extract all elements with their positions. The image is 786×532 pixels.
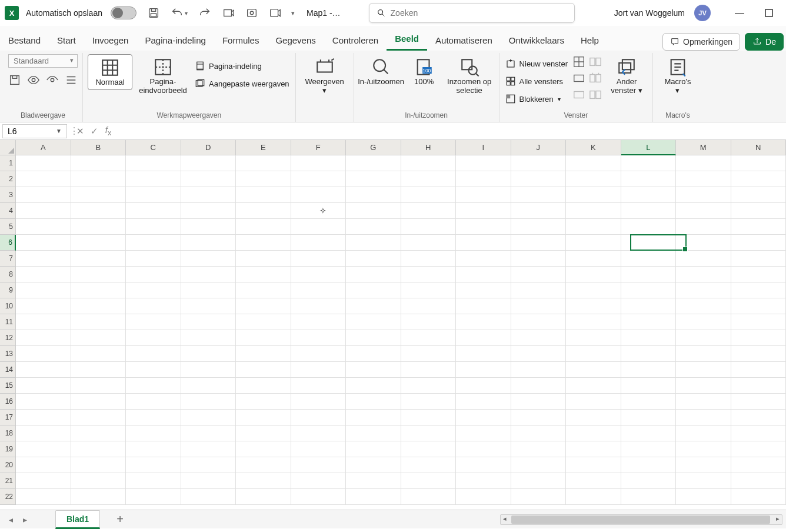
cell[interactable] — [511, 203, 567, 219]
cell[interactable] — [126, 282, 181, 298]
tab-beeld[interactable]: Beeld — [387, 29, 427, 51]
column-header[interactable]: J — [511, 140, 567, 155]
cell[interactable] — [16, 282, 71, 298]
column-header[interactable]: C — [126, 140, 181, 155]
cell[interactable] — [346, 330, 401, 346]
cell[interactable] — [346, 489, 401, 505]
cell[interactable] — [566, 314, 621, 330]
column-header[interactable]: M — [676, 140, 731, 155]
cell[interactable] — [566, 235, 621, 251]
zoom-100-button[interactable]: 100 100% — [407, 54, 441, 89]
cell[interactable] — [456, 267, 511, 282]
qat-icon-2[interactable] — [245, 6, 258, 19]
cell[interactable] — [236, 314, 291, 330]
cell[interactable] — [181, 330, 237, 346]
unhide-icon[interactable] — [572, 88, 585, 101]
row-header[interactable]: 14 — [0, 362, 16, 378]
view-side-icon[interactable] — [589, 55, 602, 68]
cell[interactable] — [621, 267, 677, 282]
cell[interactable] — [16, 425, 71, 441]
cell[interactable] — [566, 219, 621, 235]
add-sheet-icon[interactable]: + — [116, 513, 124, 526]
cell[interactable] — [401, 282, 457, 298]
cell[interactable] — [236, 346, 291, 362]
cell[interactable] — [16, 267, 71, 282]
cell[interactable] — [566, 394, 621, 410]
cell[interactable] — [731, 473, 787, 489]
cell[interactable] — [676, 203, 731, 219]
cell[interactable] — [511, 298, 567, 314]
cell[interactable] — [511, 282, 567, 298]
cell[interactable] — [676, 187, 731, 203]
cell[interactable] — [456, 473, 511, 489]
cell[interactable] — [676, 473, 731, 489]
cell[interactable] — [71, 330, 126, 346]
cell[interactable] — [731, 219, 787, 235]
cell[interactable] — [291, 457, 347, 473]
cell[interactable] — [676, 410, 731, 425]
cell[interactable] — [401, 441, 457, 457]
cell[interactable] — [401, 330, 457, 346]
cell[interactable] — [181, 441, 237, 457]
cell[interactable] — [456, 489, 511, 505]
sheet-nav-next-icon[interactable]: ▸ — [18, 515, 32, 524]
cell[interactable] — [236, 235, 291, 251]
autosave-toggle[interactable] — [111, 6, 136, 19]
cell[interactable] — [126, 425, 181, 441]
cell[interactable] — [126, 473, 181, 489]
select-all-corner[interactable] — [0, 140, 16, 155]
cell[interactable] — [291, 235, 347, 251]
cell[interactable] — [676, 441, 731, 457]
cell[interactable] — [346, 267, 401, 282]
cell[interactable] — [71, 251, 126, 267]
cell[interactable] — [16, 187, 71, 203]
cell[interactable] — [511, 267, 567, 282]
cell[interactable] — [236, 378, 291, 394]
selected-cell[interactable] — [630, 234, 687, 251]
cell[interactable] — [401, 489, 457, 505]
name-box[interactable]: L6▼ — [2, 124, 67, 138]
cell[interactable] — [731, 378, 787, 394]
cell[interactable] — [291, 171, 347, 187]
row-header[interactable]: 13 — [0, 346, 16, 362]
cell[interactable] — [676, 457, 731, 473]
cell[interactable] — [181, 362, 237, 378]
cell[interactable] — [291, 155, 347, 171]
cell[interactable] — [181, 187, 237, 203]
cell[interactable] — [346, 171, 401, 187]
cell[interactable] — [511, 314, 567, 330]
cancel-formula-icon[interactable]: ✕ — [73, 126, 87, 137]
cell[interactable] — [511, 187, 567, 203]
row-header[interactable]: 1 — [0, 155, 16, 171]
cell[interactable] — [16, 219, 71, 235]
cell[interactable] — [456, 187, 511, 203]
normal-view-button[interactable]: Normaal — [88, 54, 132, 90]
cell[interactable] — [236, 171, 291, 187]
cell[interactable] — [731, 235, 787, 251]
cell[interactable] — [456, 346, 511, 362]
cell[interactable] — [16, 171, 71, 187]
cell[interactable] — [71, 298, 126, 314]
tab-bestand[interactable]: Bestand — [0, 31, 49, 51]
cell[interactable] — [456, 314, 511, 330]
cell[interactable] — [346, 410, 401, 425]
tab-help[interactable]: Help — [572, 31, 607, 51]
cell[interactable] — [181, 155, 237, 171]
column-header[interactable]: G — [346, 140, 401, 155]
keep-view-icon[interactable] — [8, 74, 21, 87]
cell[interactable] — [511, 489, 567, 505]
cell[interactable] — [676, 489, 731, 505]
cell[interactable] — [346, 251, 401, 267]
row-header[interactable]: 12 — [0, 330, 16, 346]
cell[interactable] — [456, 171, 511, 187]
cell[interactable] — [71, 489, 126, 505]
cell[interactable] — [126, 155, 181, 171]
cell[interactable] — [71, 314, 126, 330]
sync-scroll-icon[interactable] — [589, 72, 602, 85]
cell[interactable] — [71, 155, 126, 171]
cell[interactable] — [126, 410, 181, 425]
row-headers[interactable]: 12345678910111213141516171819202122 — [0, 155, 16, 510]
cell[interactable] — [566, 489, 621, 505]
cell[interactable] — [511, 457, 567, 473]
custom-views-button[interactable]: Aangepaste weergaven — [194, 75, 291, 92]
